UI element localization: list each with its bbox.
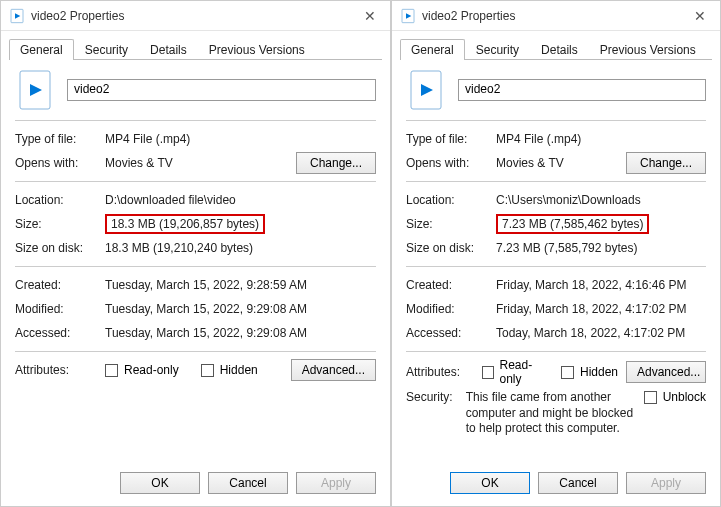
checkbox-icon bbox=[482, 366, 493, 379]
tab-previous-versions[interactable]: Previous Versions bbox=[589, 39, 707, 60]
accessed-value: Today, March 18, 2022, 4:17:02 PM bbox=[496, 326, 706, 340]
advanced-button[interactable]: Advanced... bbox=[291, 359, 376, 381]
divider bbox=[15, 266, 376, 267]
tab-general[interactable]: General bbox=[400, 39, 465, 60]
attributes-label: Attributes: bbox=[15, 363, 101, 377]
change-button[interactable]: Change... bbox=[296, 152, 376, 174]
hidden-label: Hidden bbox=[220, 363, 258, 377]
opens-with-label: Opens with: bbox=[406, 156, 492, 170]
divider bbox=[406, 181, 706, 182]
opens-with-label: Opens with: bbox=[15, 156, 101, 170]
type-value: MP4 File (.mp4) bbox=[496, 132, 706, 146]
type-label: Type of file: bbox=[15, 132, 101, 146]
size-label: Size: bbox=[15, 217, 101, 231]
size-on-disk-label: Size on disk: bbox=[15, 241, 101, 255]
filetype-icon bbox=[19, 70, 51, 110]
tab-general[interactable]: General bbox=[9, 39, 74, 60]
filetype-icon bbox=[410, 70, 442, 110]
readonly-label: Read-only bbox=[500, 358, 545, 386]
properties-dialog-right: video2 Properties ✕ General Security Det… bbox=[391, 0, 721, 507]
opens-with-value: Movies & TV bbox=[105, 156, 292, 170]
cancel-button[interactable]: Cancel bbox=[208, 472, 288, 494]
titlebar[interactable]: video2 Properties ✕ bbox=[1, 1, 390, 31]
cancel-button[interactable]: Cancel bbox=[538, 472, 618, 494]
tab-previous-versions[interactable]: Previous Versions bbox=[198, 39, 316, 60]
created-value: Tuesday, March 15, 2022, 9:28:59 AM bbox=[105, 278, 376, 292]
close-icon[interactable]: ✕ bbox=[356, 6, 384, 26]
button-bar: OK Cancel Apply bbox=[392, 464, 720, 506]
unblock-label: Unblock bbox=[663, 390, 706, 404]
apply-button[interactable]: Apply bbox=[296, 472, 376, 494]
security-label: Security: bbox=[406, 390, 462, 404]
tab-details[interactable]: Details bbox=[530, 39, 589, 60]
type-value: MP4 File (.mp4) bbox=[105, 132, 376, 146]
window-title: video2 Properties bbox=[422, 9, 515, 23]
window-title: video2 Properties bbox=[31, 9, 124, 23]
location-value: C:\Users\moniz\Downloads bbox=[496, 193, 706, 207]
size-value: 7.23 MB (7,585,462 bytes) bbox=[496, 214, 649, 234]
created-label: Created: bbox=[406, 278, 492, 292]
accessed-label: Accessed: bbox=[15, 326, 101, 340]
opens-with-value: Movies & TV bbox=[496, 156, 622, 170]
advanced-button[interactable]: Advanced... bbox=[626, 361, 706, 383]
apply-button[interactable]: Apply bbox=[626, 472, 706, 494]
checkbox-icon bbox=[105, 364, 118, 377]
filename-input[interactable]: video2 bbox=[458, 79, 706, 101]
size-label: Size: bbox=[406, 217, 492, 231]
properties-dialog-left: video2 Properties ✕ General Security Det… bbox=[0, 0, 391, 507]
security-note: This file came from another computer and… bbox=[466, 390, 636, 437]
titlebar[interactable]: video2 Properties ✕ bbox=[392, 1, 720, 31]
divider bbox=[15, 351, 376, 352]
accessed-label: Accessed: bbox=[406, 326, 492, 340]
readonly-checkbox[interactable]: Read-only bbox=[482, 358, 544, 386]
tabstrip: General Security Details Previous Versio… bbox=[1, 31, 390, 60]
modified-label: Modified: bbox=[406, 302, 492, 316]
divider bbox=[15, 181, 376, 182]
ok-button[interactable]: OK bbox=[120, 472, 200, 494]
created-value: Friday, March 18, 2022, 4:16:46 PM bbox=[496, 278, 706, 292]
location-label: Location: bbox=[15, 193, 101, 207]
modified-value: Friday, March 18, 2022, 4:17:02 PM bbox=[496, 302, 706, 316]
divider bbox=[406, 266, 706, 267]
hidden-checkbox[interactable]: Hidden bbox=[201, 363, 258, 377]
divider bbox=[406, 120, 706, 121]
divider bbox=[406, 351, 706, 352]
hidden-checkbox[interactable]: Hidden bbox=[561, 365, 618, 379]
tab-content: video2 Type of file:MP4 File (.mp4) Open… bbox=[392, 60, 720, 464]
location-value: D:\downloaded file\video bbox=[105, 193, 376, 207]
accessed-value: Tuesday, March 15, 2022, 9:29:08 AM bbox=[105, 326, 376, 340]
tab-content: video2 Type of file:MP4 File (.mp4) Open… bbox=[1, 60, 390, 464]
video-file-icon bbox=[9, 8, 25, 24]
size-value: 18.3 MB (19,206,857 bytes) bbox=[105, 214, 265, 234]
change-button[interactable]: Change... bbox=[626, 152, 706, 174]
size-on-disk-value: 18.3 MB (19,210,240 bytes) bbox=[105, 241, 376, 255]
readonly-label: Read-only bbox=[124, 363, 179, 377]
hidden-label: Hidden bbox=[580, 365, 618, 379]
close-icon[interactable]: ✕ bbox=[686, 6, 714, 26]
modified-value: Tuesday, March 15, 2022, 9:29:08 AM bbox=[105, 302, 376, 316]
video-file-icon bbox=[400, 8, 416, 24]
tabstrip: General Security Details Previous Versio… bbox=[392, 31, 720, 60]
tab-security[interactable]: Security bbox=[465, 39, 530, 60]
created-label: Created: bbox=[15, 278, 101, 292]
button-bar: OK Cancel Apply bbox=[1, 464, 390, 506]
size-on-disk-label: Size on disk: bbox=[406, 241, 492, 255]
checkbox-icon bbox=[561, 366, 574, 379]
ok-button[interactable]: OK bbox=[450, 472, 530, 494]
location-label: Location: bbox=[406, 193, 492, 207]
filename-input[interactable]: video2 bbox=[67, 79, 376, 101]
attributes-label: Attributes: bbox=[406, 365, 478, 379]
type-label: Type of file: bbox=[406, 132, 492, 146]
size-on-disk-value: 7.23 MB (7,585,792 bytes) bbox=[496, 241, 706, 255]
tab-details[interactable]: Details bbox=[139, 39, 198, 60]
divider bbox=[15, 120, 376, 121]
tab-security[interactable]: Security bbox=[74, 39, 139, 60]
readonly-checkbox[interactable]: Read-only bbox=[105, 363, 179, 377]
checkbox-icon bbox=[201, 364, 214, 377]
modified-label: Modified: bbox=[15, 302, 101, 316]
checkbox-icon bbox=[644, 391, 657, 404]
unblock-checkbox[interactable]: Unblock bbox=[644, 390, 706, 404]
